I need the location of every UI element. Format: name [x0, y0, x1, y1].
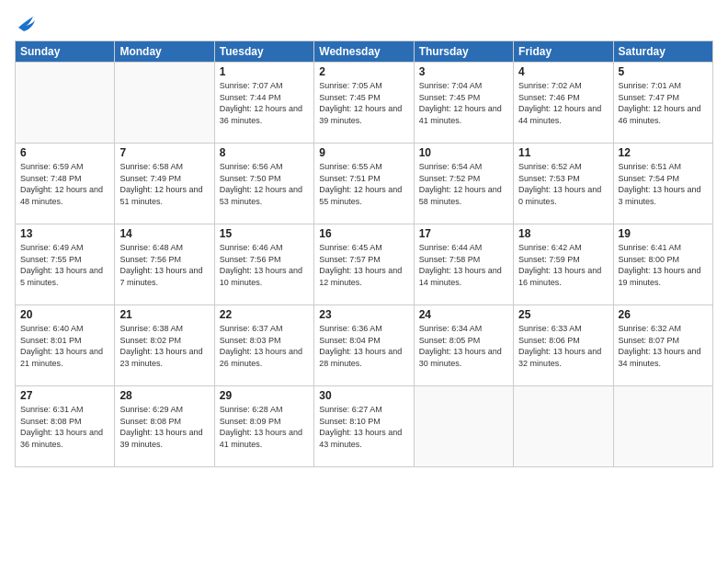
calendar-cell: 25Sunrise: 6:33 AMSunset: 8:06 PMDayligh…: [514, 305, 613, 386]
sunset-text: Sunset: 7:49 PM: [119, 173, 209, 185]
sunrise-text: Sunrise: 6:54 AM: [419, 161, 508, 173]
day-number: 28: [119, 389, 209, 402]
day-info: Sunrise: 6:40 AMSunset: 8:01 PMDaylight:…: [20, 323, 109, 369]
sunset-text: Sunset: 8:04 PM: [319, 335, 408, 347]
day-number: 5: [619, 65, 708, 78]
day-number: 13: [20, 227, 109, 240]
sunset-text: Sunset: 7:59 PM: [518, 254, 608, 266]
sunset-text: Sunset: 8:01 PM: [20, 335, 109, 347]
day-number: 2: [319, 65, 408, 78]
day-number: 22: [220, 308, 309, 321]
day-number: 20: [20, 308, 109, 321]
weekday-header-wednesday: Wednesday: [314, 41, 414, 63]
calendar-cell: 30Sunrise: 6:27 AMSunset: 8:10 PMDayligh…: [314, 386, 414, 467]
daylight-text: Daylight: 12 hours and 39 minutes.: [319, 103, 408, 126]
week-row-1: 1Sunrise: 7:07 AMSunset: 7:44 PMDaylight…: [16, 63, 713, 144]
calendar-cell: [613, 386, 712, 467]
sunrise-text: Sunrise: 7:01 AM: [619, 80, 708, 92]
sunrise-text: Sunrise: 6:59 AM: [20, 161, 109, 173]
daylight-text: Daylight: 13 hours and 32 minutes.: [518, 346, 608, 369]
day-number: 12: [619, 146, 708, 159]
day-info: Sunrise: 6:37 AMSunset: 8:03 PMDaylight:…: [220, 323, 309, 369]
daylight-text: Daylight: 12 hours and 48 minutes.: [20, 184, 109, 207]
calendar-cell: 16Sunrise: 6:45 AMSunset: 7:57 PMDayligh…: [314, 224, 414, 305]
week-row-2: 6Sunrise: 6:59 AMSunset: 7:48 PMDaylight…: [16, 144, 713, 224]
daylight-text: Daylight: 13 hours and 19 minutes.: [619, 265, 708, 288]
day-number: 11: [518, 146, 608, 159]
sunset-text: Sunset: 7:45 PM: [319, 92, 408, 104]
sunrise-text: Sunrise: 6:46 AM: [220, 242, 309, 254]
day-info: Sunrise: 7:02 AMSunset: 7:46 PMDaylight:…: [518, 80, 608, 126]
sunset-text: Sunset: 7:48 PM: [20, 173, 109, 185]
sunset-text: Sunset: 7:55 PM: [20, 254, 109, 266]
daylight-text: Daylight: 12 hours and 36 minutes.: [220, 103, 309, 126]
calendar-cell: 1Sunrise: 7:07 AMSunset: 7:44 PMDaylight…: [214, 63, 313, 144]
sunset-text: Sunset: 8:02 PM: [119, 335, 209, 347]
daylight-text: Daylight: 13 hours and 14 minutes.: [419, 265, 508, 288]
calendar-cell: 10Sunrise: 6:54 AMSunset: 7:52 PMDayligh…: [414, 144, 513, 224]
calendar-cell: [16, 63, 115, 144]
sunrise-text: Sunrise: 6:37 AM: [220, 323, 309, 335]
calendar-cell: 20Sunrise: 6:40 AMSunset: 8:01 PMDayligh…: [16, 305, 115, 386]
day-number: 8: [220, 146, 309, 159]
calendar-cell: 28Sunrise: 6:29 AMSunset: 8:08 PMDayligh…: [115, 386, 214, 467]
calendar-cell: 2Sunrise: 7:05 AMSunset: 7:45 PMDaylight…: [314, 63, 414, 144]
sunrise-text: Sunrise: 6:33 AM: [518, 323, 608, 335]
sunrise-text: Sunrise: 6:45 AM: [319, 242, 408, 254]
sunrise-text: Sunrise: 6:58 AM: [119, 161, 209, 173]
daylight-text: Daylight: 13 hours and 23 minutes.: [119, 346, 209, 369]
day-info: Sunrise: 6:44 AMSunset: 7:58 PMDaylight:…: [419, 242, 508, 288]
day-number: 9: [319, 146, 408, 159]
day-info: Sunrise: 6:59 AMSunset: 7:48 PMDaylight:…: [20, 161, 109, 207]
weekday-header-tuesday: Tuesday: [214, 41, 313, 63]
daylight-text: Daylight: 12 hours and 58 minutes.: [419, 184, 508, 207]
day-number: 24: [419, 308, 508, 321]
daylight-text: Daylight: 13 hours and 36 minutes.: [20, 427, 109, 450]
week-row-5: 27Sunrise: 6:31 AMSunset: 8:08 PMDayligh…: [16, 386, 713, 467]
day-info: Sunrise: 6:54 AMSunset: 7:52 PMDaylight:…: [419, 161, 508, 207]
calendar-cell: 27Sunrise: 6:31 AMSunset: 8:08 PMDayligh…: [16, 386, 115, 467]
calendar-cell: 24Sunrise: 6:34 AMSunset: 8:05 PMDayligh…: [414, 305, 513, 386]
calendar-cell: 23Sunrise: 6:36 AMSunset: 8:04 PMDayligh…: [314, 305, 414, 386]
daylight-text: Daylight: 12 hours and 41 minutes.: [419, 103, 508, 126]
sunset-text: Sunset: 7:52 PM: [419, 173, 508, 185]
sunset-text: Sunset: 7:57 PM: [319, 254, 408, 266]
day-number: 15: [220, 227, 309, 240]
weekday-header-monday: Monday: [115, 41, 214, 63]
sunrise-text: Sunrise: 6:52 AM: [518, 161, 608, 173]
sunset-text: Sunset: 7:54 PM: [619, 173, 708, 185]
sunset-text: Sunset: 8:07 PM: [619, 335, 708, 347]
daylight-text: Daylight: 13 hours and 21 minutes.: [20, 346, 109, 369]
sunset-text: Sunset: 8:09 PM: [220, 416, 309, 428]
calendar-cell: 18Sunrise: 6:42 AMSunset: 7:59 PMDayligh…: [514, 224, 613, 305]
day-number: 23: [319, 308, 408, 321]
calendar-cell: 13Sunrise: 6:49 AMSunset: 7:55 PMDayligh…: [16, 224, 115, 305]
daylight-text: Daylight: 13 hours and 26 minutes.: [220, 346, 309, 369]
day-number: 6: [20, 146, 109, 159]
sunrise-text: Sunrise: 6:34 AM: [419, 323, 508, 335]
day-number: 25: [518, 308, 608, 321]
day-info: Sunrise: 6:41 AMSunset: 8:00 PMDaylight:…: [619, 242, 708, 288]
logo-bird-icon: [17, 11, 35, 33]
sunset-text: Sunset: 7:46 PM: [518, 92, 608, 104]
day-number: 4: [518, 65, 608, 78]
logo: [15, 11, 35, 33]
day-info: Sunrise: 6:36 AMSunset: 8:04 PMDaylight:…: [319, 323, 408, 369]
sunrise-text: Sunrise: 6:40 AM: [20, 323, 109, 335]
calendar-cell: [115, 63, 214, 144]
daylight-text: Daylight: 13 hours and 10 minutes.: [220, 265, 309, 288]
day-info: Sunrise: 6:49 AMSunset: 7:55 PMDaylight:…: [20, 242, 109, 288]
week-row-4: 20Sunrise: 6:40 AMSunset: 8:01 PMDayligh…: [16, 305, 713, 386]
day-info: Sunrise: 6:45 AMSunset: 7:57 PMDaylight:…: [319, 242, 408, 288]
sunset-text: Sunset: 7:47 PM: [619, 92, 708, 104]
calendar-cell: 11Sunrise: 6:52 AMSunset: 7:53 PMDayligh…: [514, 144, 613, 224]
sunset-text: Sunset: 8:03 PM: [220, 335, 309, 347]
sunrise-text: Sunrise: 6:27 AM: [319, 404, 408, 416]
daylight-text: Daylight: 13 hours and 7 minutes.: [119, 265, 209, 288]
calendar-cell: 29Sunrise: 6:28 AMSunset: 8:09 PMDayligh…: [214, 386, 313, 467]
day-info: Sunrise: 6:56 AMSunset: 7:50 PMDaylight:…: [220, 161, 309, 207]
day-number: 17: [419, 227, 508, 240]
sunrise-text: Sunrise: 6:31 AM: [20, 404, 109, 416]
day-number: 1: [220, 65, 309, 78]
weekday-header-friday: Friday: [514, 41, 613, 63]
